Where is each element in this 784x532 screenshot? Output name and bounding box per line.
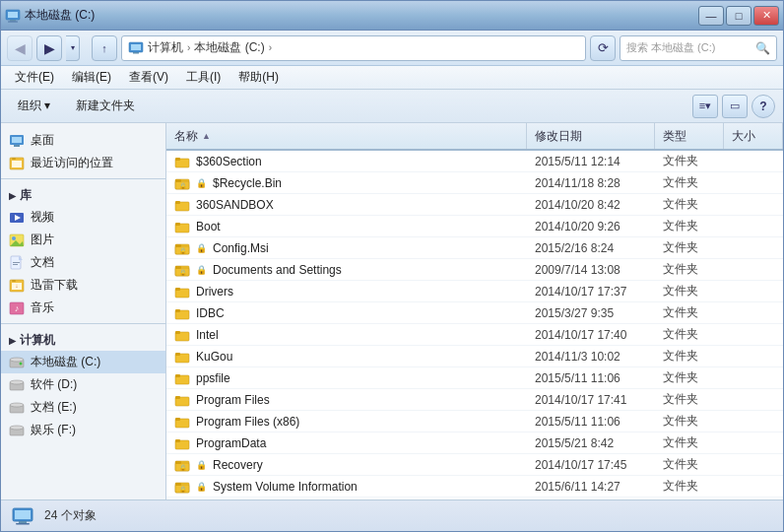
file-name-cell: Program Files (x86): [166, 414, 527, 430]
svg-point-31: [10, 380, 24, 384]
picture-icon: [9, 233, 25, 248]
pane-button[interactable]: ▭: [722, 95, 748, 118]
file-type: 文件夹: [655, 304, 724, 321]
svg-rect-11: [12, 161, 22, 167]
file-date: 2014/11/18 8:28: [527, 176, 655, 190]
file-date: 2015/5/11 12:14: [527, 155, 655, 168]
sidebar-item-doc[interactable]: 文档: [1, 251, 165, 274]
menu-edit[interactable]: 编辑(E): [64, 67, 119, 88]
file-list[interactable]: $360Section 2015/5/11 12:14 文件夹 🔒 🔒 $Rec…: [166, 151, 783, 499]
col-date-label: 修改日期: [535, 128, 582, 145]
new-folder-button[interactable]: 新建文件夹: [67, 94, 144, 118]
table-row[interactable]: Program Files 2014/10/17 17:41 文件夹: [166, 389, 783, 411]
file-name-cell: 360SANDBOX: [166, 197, 527, 213]
svg-rect-1: [8, 12, 18, 18]
menu-tools[interactable]: 工具(I): [178, 67, 229, 88]
status-count: 24 个对象: [44, 507, 97, 524]
svg-rect-9: [14, 145, 20, 147]
folder-icon: [174, 327, 190, 343]
table-row[interactable]: ppsfile 2015/5/11 11:06 文件夹: [166, 367, 783, 389]
maximize-button[interactable]: □: [726, 6, 751, 26]
file-date: 2014/11/3 10:02: [527, 350, 655, 364]
breadcrumb-sep2: ›: [269, 42, 272, 53]
table-row[interactable]: Intel 2014/10/17 17:40 文件夹: [166, 324, 783, 346]
file-type: 文件夹: [655, 261, 724, 278]
up-button[interactable]: ↑: [92, 35, 117, 61]
folder-icon: [174, 392, 190, 408]
title-bar-left: 本地磁盘 (C:): [5, 7, 698, 24]
new-folder-label: 新建文件夹: [76, 98, 135, 114]
file-type: 文件夹: [655, 326, 724, 343]
svg-rect-3: [8, 21, 18, 22]
doc-label: 文档: [31, 254, 54, 271]
table-row[interactable]: 🔒 🔒 Documents and Settings 2009/7/14 13:…: [166, 259, 783, 281]
sidebar-item-music[interactable]: ♪ 音乐: [1, 297, 165, 319]
file-name-cell: ppsfile: [166, 370, 527, 386]
table-row[interactable]: Boot 2014/10/20 9:26 文件夹: [166, 216, 783, 237]
sidebar-divider-2: [1, 323, 165, 324]
svg-rect-76: [175, 483, 181, 486]
folder-icon: [174, 370, 190, 386]
sidebar-item-download[interactable]: ↓ 迅雷下载: [1, 274, 165, 297]
file-name-cell: KuGou: [166, 349, 527, 365]
table-row[interactable]: $360Section 2015/5/11 12:14 文件夹: [166, 151, 783, 172]
menu-file[interactable]: 文件(E): [7, 67, 62, 88]
breadcrumb-bar[interactable]: 计算机 › 本地磁盘 (C:) ›: [121, 35, 586, 61]
view-button[interactable]: ≡▾: [692, 95, 718, 118]
table-row[interactable]: ProgramData 2015/5/21 8:42 文件夹: [166, 432, 783, 454]
file-type: 文件夹: [655, 391, 724, 408]
table-row[interactable]: Program Files (x86) 2015/5/11 11:06 文件夹: [166, 411, 783, 432]
search-bar[interactable]: 搜索 本地磁盘 (C:) 🔍: [620, 35, 777, 61]
menu-view[interactable]: 查看(V): [121, 67, 176, 88]
sidebar-item-c-drive[interactable]: 本地磁盘 (C:): [1, 351, 165, 373]
table-row[interactable]: 360SANDBOX 2014/10/20 8:42 文件夹: [166, 194, 783, 216]
col-header-name[interactable]: 名称 ▲: [166, 123, 527, 149]
file-date: 2014/10/20 9:26: [527, 220, 655, 233]
refresh-button[interactable]: ⟳: [590, 35, 616, 61]
svg-rect-12: [12, 158, 16, 160]
status-bar: 24 个对象: [1, 499, 783, 531]
nav-dropdown[interactable]: ▾: [66, 35, 80, 61]
table-row[interactable]: 🔒 🔒 System Volume Information 2015/6/11 …: [166, 476, 783, 498]
file-type: 文件夹: [655, 348, 724, 365]
sidebar-item-video[interactable]: 视频: [1, 206, 165, 229]
breadcrumb-computer[interactable]: 计算机: [148, 39, 183, 56]
col-header-date[interactable]: 修改日期: [527, 123, 655, 149]
col-header-size[interactable]: 大小: [724, 123, 783, 149]
sidebar-item-d-drive[interactable]: 软件 (D:): [1, 373, 165, 396]
table-row[interactable]: KuGou 2014/11/3 10:02 文件夹: [166, 346, 783, 367]
sidebar-item-f-drive[interactable]: 娱乐 (F:): [1, 419, 165, 441]
svg-rect-19: [13, 262, 20, 263]
file-name: Drivers: [196, 285, 233, 299]
sidebar: 桌面 最近访问的位置 ▶: [1, 123, 166, 499]
table-row[interactable]: 🔒 🔒 $Recycle.Bin 2014/11/18 8:28 文件夹: [166, 172, 783, 194]
search-icon[interactable]: 🔍: [755, 41, 770, 55]
col-name-label: 名称: [174, 128, 198, 145]
file-name: Recovery: [213, 458, 263, 472]
sidebar-item-desktop[interactable]: 桌面: [1, 129, 165, 152]
table-row[interactable]: Drivers 2014/10/17 17:37 文件夹: [166, 281, 783, 302]
svg-rect-5: [131, 44, 141, 50]
help-button[interactable]: ?: [751, 95, 775, 118]
organize-button[interactable]: 组织 ▾: [9, 94, 59, 118]
sidebar-item-recent[interactable]: 最近访问的位置: [1, 152, 165, 174]
svg-rect-40: [175, 179, 181, 182]
close-button[interactable]: ✕: [753, 6, 779, 26]
forward-button[interactable]: ▶: [36, 35, 62, 61]
table-row[interactable]: IDBC 2015/3/27 9:35 文件夹: [166, 302, 783, 324]
table-row[interactable]: 🔒 🔒 Recovery 2014/10/17 17:45 文件夹: [166, 454, 783, 476]
window-title: 本地磁盘 (C:): [25, 7, 95, 24]
back-button[interactable]: ◀: [7, 35, 33, 61]
table-row[interactable]: 🔒 🔒 Config.Msi 2015/2/16 8:24 文件夹: [166, 237, 783, 259]
sidebar-item-e-drive[interactable]: 文档 (E:): [1, 396, 165, 419]
explorer-window: 本地磁盘 (C:) — □ ✕ ◀ ▶ ▾ ↑ 计算机 › 本地磁盘 (C:) …: [0, 0, 784, 532]
menu-help[interactable]: 帮助(H): [230, 67, 287, 88]
file-name: Intel: [196, 328, 219, 342]
breadcrumb-drive[interactable]: 本地磁盘 (C:): [194, 39, 264, 56]
minimize-button[interactable]: —: [698, 6, 724, 26]
sidebar-item-picture[interactable]: 图片: [1, 229, 165, 251]
folder-icon: [174, 219, 190, 234]
col-header-type[interactable]: 类型: [655, 123, 724, 149]
file-name-cell: 🔒 🔒 System Volume Information: [166, 479, 527, 495]
svg-rect-37: [175, 158, 180, 161]
